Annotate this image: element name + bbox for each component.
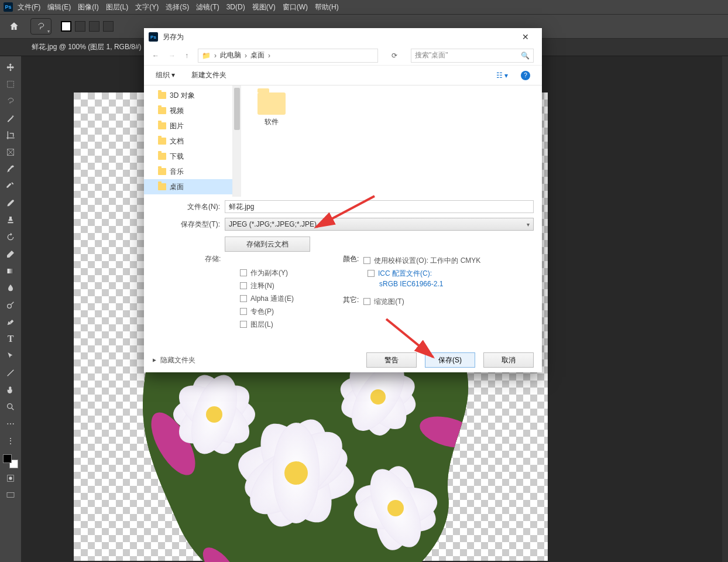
chk-icc[interactable]: ICC 配置文件(C): (343, 267, 534, 280)
menu-type[interactable]: 文字(Y) (135, 2, 159, 12)
search-input[interactable]: 搜索"桌面"🔍 (411, 49, 534, 63)
cancel-button[interactable]: 取消 (483, 352, 534, 368)
new-folder-button[interactable]: 新建文件夹 (191, 70, 226, 80)
marquee-tool-icon[interactable] (2, 77, 19, 92)
svg-point-38 (387, 500, 404, 516)
folder-icon: 📁 (202, 52, 211, 60)
refresh-icon[interactable]: ⟳ (387, 52, 401, 60)
menu-edit[interactable]: 编辑(E) (47, 2, 71, 12)
frame-tool-icon[interactable] (2, 145, 19, 160)
chk-as-copy[interactable]: 作为副本(Y) (228, 266, 343, 279)
wand-tool-icon[interactable] (2, 111, 19, 126)
menu-3d[interactable]: 3D(D) (226, 3, 245, 11)
tree-item-downloads[interactable]: 下载 (144, 149, 232, 164)
up-icon[interactable]: ↑ (185, 52, 188, 60)
fg-bg-color[interactable] (2, 454, 19, 469)
quickmask-icon[interactable] (2, 471, 19, 486)
swatch[interactable] (89, 21, 99, 32)
shape-tool-icon[interactable] (2, 365, 19, 381)
menu-help[interactable]: 帮助(H) (315, 2, 339, 12)
dialog-footer: ▲隐藏文件夹 警告 保存(S) 取消 (144, 348, 542, 372)
menu-view[interactable]: 视图(V) (252, 2, 276, 12)
scrollbar[interactable] (233, 85, 241, 197)
crumb-pc[interactable]: 此电脑 (220, 50, 241, 60)
menu-filter[interactable]: 滤镜(T) (196, 2, 219, 12)
menu-window[interactable]: 窗口(W) (283, 2, 308, 12)
app-icon: Ps (4, 2, 13, 12)
tree-item-video[interactable]: 视频 (144, 103, 232, 118)
screenmode-icon[interactable] (2, 488, 19, 503)
type-tool-icon[interactable]: T (2, 331, 19, 347)
filename-input[interactable]: 鲜花.jpg (225, 200, 534, 213)
filetype-label: 保存类型(T): (152, 220, 225, 229)
svg-point-7 (9, 477, 12, 479)
tool-preset[interactable] (30, 18, 51, 35)
swatch[interactable] (75, 21, 85, 32)
breadcrumb[interactable]: 📁 › 此电脑 › 桌面 › (198, 49, 378, 63)
lasso-tool-icon[interactable] (2, 94, 19, 109)
close-icon[interactable]: ✕ (514, 28, 537, 46)
help-icon[interactable]: ? (521, 71, 530, 80)
hand-tool-icon[interactable] (2, 382, 19, 397)
chk-annotations[interactable]: 注释(N) (228, 279, 343, 292)
organize-button[interactable]: 组织 ▾ (156, 70, 175, 80)
svg-point-5 (8, 404, 12, 409)
back-icon[interactable]: ← (152, 52, 159, 60)
save-as-dialog: Ps 另存为 ✕ ← → ↑ 📁 › 此电脑 › 桌面 › ⟳ 搜索"桌面"🔍 … (144, 28, 542, 372)
file-area[interactable]: 软件 (241, 85, 542, 197)
chk-proof[interactable]: 使用校样设置(O): 工作中的 CMYK (363, 254, 480, 267)
tree-item-3d[interactable]: 3D 对象 (144, 88, 232, 103)
svg-rect-0 (8, 81, 14, 88)
warn-button[interactable]: 警告 (366, 352, 417, 368)
hide-folders-toggle[interactable]: ▲隐藏文件夹 (152, 355, 358, 365)
crumb-desktop[interactable]: 桌面 (250, 50, 265, 60)
home-icon[interactable] (4, 18, 25, 35)
forward-icon[interactable]: → (169, 52, 176, 60)
crop-tool-icon[interactable] (2, 128, 19, 143)
chk-spot[interactable]: 专色(P) (228, 305, 343, 318)
blur-tool-icon[interactable] (2, 280, 19, 296)
chk-layers[interactable]: 图层(L) (228, 318, 343, 331)
document-tab[interactable]: 鲜花.jpg @ 100% (图层 1, RGB/8#) (25, 39, 149, 56)
save-button[interactable]: 保存(S) (425, 352, 475, 368)
tree-item-music[interactable]: 音乐 (144, 164, 232, 179)
svg-point-3 (8, 304, 12, 309)
menu-file[interactable]: 文件(F) (18, 2, 40, 12)
folder-icon (158, 122, 166, 129)
view-icon[interactable]: ☷ ▾ (496, 71, 508, 80)
folder-icon (158, 138, 166, 145)
menu-layer[interactable]: 图层(L) (106, 2, 129, 12)
edit-toolbar-icon[interactable]: ⋮ (2, 433, 19, 448)
svg-rect-8 (7, 492, 14, 497)
tree-item-documents[interactable]: 文档 (144, 133, 232, 149)
folder-icon (158, 168, 166, 175)
stamp-tool-icon[interactable] (2, 213, 19, 228)
svg-point-27 (206, 406, 222, 423)
heal-tool-icon[interactable] (2, 179, 19, 194)
brush-tool-icon[interactable] (2, 196, 19, 211)
gradient-tool-icon[interactable] (2, 263, 19, 279)
chk-thumbnail[interactable]: 缩览图(T) (363, 295, 404, 308)
zoom-tool-icon[interactable] (2, 399, 19, 414)
search-icon: 🔍 (521, 52, 530, 60)
filetype-combo[interactable]: JPEG (*.JPG;*.JPEG;*.JPE) (225, 218, 534, 231)
eyedropper-tool-icon[interactable] (2, 162, 19, 177)
move-tool-icon[interactable] (2, 60, 19, 75)
dodge-tool-icon[interactable] (2, 297, 19, 313)
folder-item[interactable]: 软件 (248, 92, 295, 127)
svg-rect-2 (8, 269, 14, 273)
menu-image[interactable]: 图像(I) (78, 2, 98, 12)
cloud-save-button[interactable]: 存储到云文档 (225, 237, 310, 252)
tree-item-desktop[interactable]: 桌面 (144, 179, 232, 194)
swatch[interactable] (103, 21, 114, 32)
history-brush-icon[interactable] (2, 229, 19, 245)
swatch[interactable] (61, 21, 71, 32)
folder-icon (158, 92, 166, 99)
eraser-tool-icon[interactable] (2, 246, 19, 262)
pen-tool-icon[interactable] (2, 314, 19, 330)
chk-alpha[interactable]: Alpha 通道(E) (228, 292, 343, 305)
menu-select[interactable]: 选择(S) (166, 2, 189, 12)
more-icon[interactable]: ⋯ (2, 416, 19, 431)
tree-item-pictures[interactable]: 图片 (144, 118, 232, 133)
path-select-icon[interactable] (2, 348, 19, 364)
